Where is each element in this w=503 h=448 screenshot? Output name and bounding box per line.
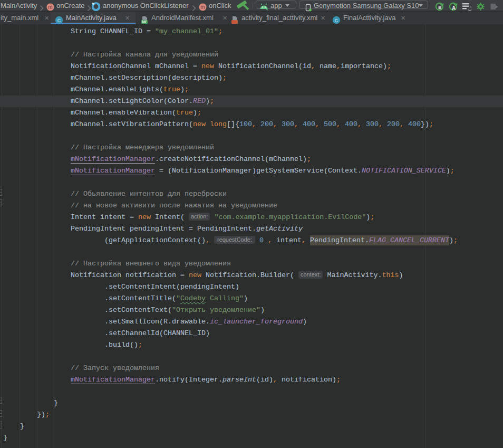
svg-text:C: C [335,18,338,23]
svg-text:MF: MF [142,20,148,24]
svg-text:C: C [57,18,61,23]
svg-text:A: A [452,5,456,11]
svg-text:m: m [200,4,205,10]
svg-text:m: m [48,4,52,10]
